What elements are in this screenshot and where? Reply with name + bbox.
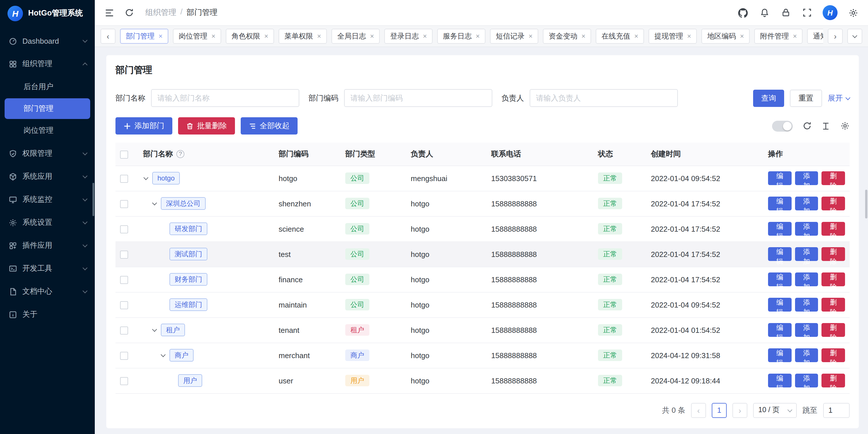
sidebar-item-dashboard[interactable]: Dashboard [0, 29, 95, 52]
close-icon[interactable]: × [211, 32, 215, 40]
close-icon[interactable]: × [159, 32, 162, 40]
select-all-checkbox[interactable] [120, 150, 128, 158]
close-icon[interactable]: × [528, 32, 532, 40]
dept-name-tag[interactable]: 深圳总公司 [161, 197, 206, 210]
add-button[interactable]: 添加 [795, 197, 818, 210]
lock-icon[interactable] [780, 7, 791, 18]
sidebar-item-post-mgmt[interactable]: 岗位管理 [5, 120, 90, 141]
add-button[interactable]: 添加 [795, 222, 818, 236]
page-number-button[interactable]: 1 [712, 403, 727, 417]
delete-button[interactable]: 删除 [822, 272, 845, 286]
edit-button[interactable]: 编辑 [768, 272, 791, 286]
help-icon[interactable]: ? [176, 150, 184, 158]
table-settings-icon[interactable] [840, 121, 849, 131]
close-icon[interactable]: × [634, 32, 638, 40]
add-button[interactable]: 添加 [795, 348, 818, 362]
edit-button[interactable]: 编辑 [768, 348, 791, 362]
leader-input[interactable] [530, 89, 678, 107]
tab-attachment-mgmt[interactable]: 附件管理× [754, 29, 803, 44]
table-refresh-icon[interactable] [802, 121, 812, 131]
tab-online-recharge[interactable]: 在线充值× [596, 29, 644, 44]
tree-expand-icon[interactable] [144, 175, 149, 180]
add-dept-button[interactable]: 添加部门 [116, 117, 172, 135]
close-icon[interactable]: × [687, 32, 691, 40]
sidebar-item-system-settings[interactable]: 系统设置 [0, 211, 95, 234]
tab-post-mgmt[interactable]: 岗位管理× [173, 29, 221, 44]
sidebar-item-dev-tools[interactable]: 开发工具 [0, 257, 95, 280]
tab-dept-mgmt[interactable]: 部门管理× [120, 29, 168, 44]
dept-name-tag[interactable]: 测试部门 [169, 248, 207, 260]
sidebar-item-org[interactable]: 组织管理 [0, 52, 95, 75]
tabs-more-button[interactable] [847, 29, 862, 44]
reset-button[interactable]: 重置 [790, 89, 822, 107]
sidebar-scrollbar-thumb[interactable] [92, 183, 94, 216]
dept-name-tag[interactable]: 运维部门 [169, 298, 207, 311]
sidebar-item-about[interactable]: 关于 [0, 303, 95, 326]
tab-login-log[interactable]: 登录日志× [384, 29, 433, 44]
sidebar-item-docs[interactable]: 文档中心 [0, 280, 95, 303]
next-page-button[interactable]: › [733, 403, 747, 417]
add-button[interactable]: 添加 [795, 272, 818, 286]
dept-code-input[interactable] [344, 89, 492, 107]
edit-button[interactable]: 编辑 [768, 171, 791, 185]
sidebar-item-system-apps[interactable]: 系统应用 [0, 165, 95, 188]
avatar[interactable]: H [823, 5, 838, 20]
row-checkbox[interactable] [120, 175, 128, 183]
tree-expand-icon[interactable] [161, 352, 166, 357]
delete-button[interactable]: 删除 [822, 323, 845, 337]
row-checkbox[interactable] [120, 352, 128, 360]
dept-name-tag[interactable]: 用户 [178, 374, 202, 387]
row-checkbox[interactable] [120, 200, 128, 208]
dept-name-tag[interactable]: 租户 [161, 324, 185, 336]
dept-name-tag[interactable]: hotgo [152, 172, 180, 184]
close-icon[interactable]: × [317, 32, 321, 40]
add-button[interactable]: 添加 [795, 323, 818, 337]
tabs-scroll-left-button[interactable]: ‹ [100, 29, 116, 44]
breadcrumb-parent[interactable]: 组织管理 [145, 7, 176, 18]
query-button[interactable]: 查询 [753, 89, 784, 107]
sidebar-item-backend-users[interactable]: 后台用户 [5, 77, 90, 97]
sidebar-item-permission[interactable]: 权限管理 [0, 142, 95, 165]
tab-sms-record[interactable]: 短信记录× [490, 29, 538, 44]
edit-button[interactable]: 编辑 [768, 323, 791, 337]
edit-button[interactable]: 编辑 [768, 222, 791, 236]
page-scrollbar-thumb[interactable] [865, 190, 867, 219]
row-checkbox[interactable] [120, 301, 128, 309]
sidebar-item-system-monitor[interactable]: 系统监控 [0, 188, 95, 211]
delete-button[interactable]: 删除 [822, 348, 845, 362]
fullscreen-icon[interactable] [801, 7, 812, 18]
refresh-icon[interactable] [124, 7, 134, 18]
close-icon[interactable]: × [793, 32, 797, 40]
edit-button[interactable]: 编辑 [768, 374, 791, 387]
close-icon[interactable]: × [264, 32, 268, 40]
add-button[interactable]: 添加 [795, 298, 818, 312]
tree-expand-icon[interactable] [152, 327, 157, 332]
add-button[interactable]: 添加 [795, 374, 818, 387]
delete-button[interactable]: 删除 [822, 298, 845, 312]
dept-name-tag[interactable]: 财务部门 [169, 273, 207, 286]
menu-collapse-icon[interactable] [104, 7, 115, 18]
close-icon[interactable]: × [370, 32, 374, 40]
delete-button[interactable]: 删除 [822, 197, 845, 210]
add-button[interactable]: 添加 [795, 171, 818, 185]
edit-button[interactable]: 编辑 [768, 197, 791, 210]
dept-name-input[interactable] [151, 89, 299, 107]
prev-page-button[interactable]: ‹ [691, 403, 706, 417]
row-checkbox[interactable] [120, 377, 128, 385]
jump-page-input[interactable] [823, 403, 849, 417]
tree-expand-icon[interactable] [152, 200, 157, 205]
dept-name-tag[interactable]: 商户 [169, 349, 194, 361]
tabs-scroll-right-button[interactable]: › [828, 29, 843, 44]
tab-global-log[interactable]: 全局日志× [332, 29, 380, 44]
expand-toggle[interactable]: 展开 [828, 93, 849, 103]
tab-withdraw-mgmt[interactable]: 提现管理× [649, 29, 697, 44]
page-size-select[interactable]: 10 / 页 [753, 403, 797, 417]
close-icon[interactable]: × [740, 32, 744, 40]
tab-role-perm[interactable]: 角色权限× [226, 29, 274, 44]
tab-service-log[interactable]: 服务日志× [437, 29, 486, 44]
striped-toggle[interactable] [772, 120, 793, 132]
close-icon[interactable]: × [423, 32, 427, 40]
row-checkbox[interactable] [120, 276, 128, 284]
add-button[interactable]: 添加 [795, 247, 818, 261]
row-checkbox[interactable] [120, 251, 128, 259]
